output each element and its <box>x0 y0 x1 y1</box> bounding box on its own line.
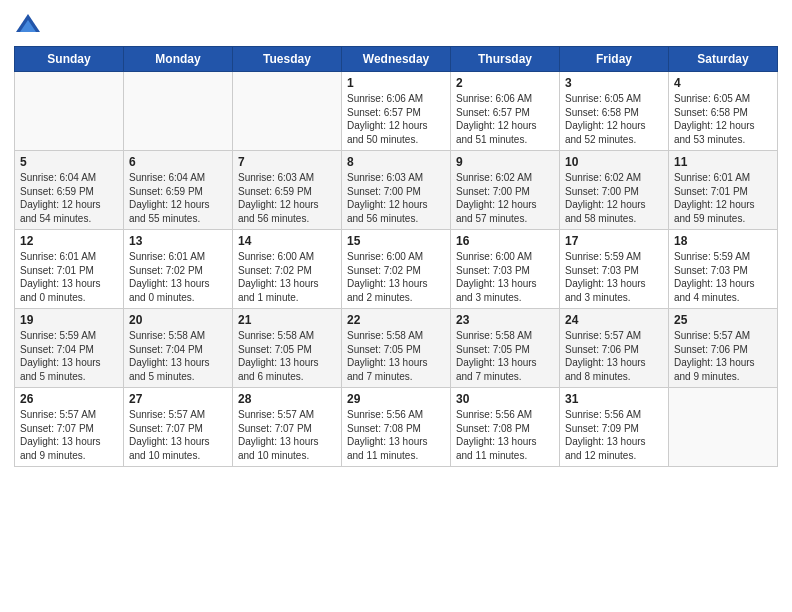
day-info: Sunrise: 6:01 AMSunset: 7:01 PMDaylight:… <box>20 250 118 304</box>
day-number: 20 <box>129 313 227 327</box>
calendar-cell: 13Sunrise: 6:01 AMSunset: 7:02 PMDayligh… <box>124 230 233 309</box>
day-number: 28 <box>238 392 336 406</box>
day-number: 3 <box>565 76 663 90</box>
calendar-cell <box>15 72 124 151</box>
day-number: 1 <box>347 76 445 90</box>
day-info: Sunrise: 5:58 AMSunset: 7:05 PMDaylight:… <box>347 329 445 383</box>
calendar-cell: 20Sunrise: 5:58 AMSunset: 7:04 PMDayligh… <box>124 309 233 388</box>
day-number: 18 <box>674 234 772 248</box>
day-number: 21 <box>238 313 336 327</box>
day-info: Sunrise: 6:00 AMSunset: 7:02 PMDaylight:… <box>347 250 445 304</box>
day-number: 29 <box>347 392 445 406</box>
calendar-cell: 9Sunrise: 6:02 AMSunset: 7:00 PMDaylight… <box>451 151 560 230</box>
calendar-cell: 1Sunrise: 6:06 AMSunset: 6:57 PMDaylight… <box>342 72 451 151</box>
day-info: Sunrise: 5:58 AMSunset: 7:04 PMDaylight:… <box>129 329 227 383</box>
calendar-cell: 15Sunrise: 6:00 AMSunset: 7:02 PMDayligh… <box>342 230 451 309</box>
day-number: 22 <box>347 313 445 327</box>
day-number: 2 <box>456 76 554 90</box>
day-info: Sunrise: 5:57 AMSunset: 7:06 PMDaylight:… <box>674 329 772 383</box>
calendar-cell: 17Sunrise: 5:59 AMSunset: 7:03 PMDayligh… <box>560 230 669 309</box>
header <box>14 10 778 38</box>
logo <box>14 10 46 38</box>
day-number: 8 <box>347 155 445 169</box>
weekday-header-saturday: Saturday <box>669 47 778 72</box>
day-info: Sunrise: 6:03 AMSunset: 7:00 PMDaylight:… <box>347 171 445 225</box>
weekday-header-friday: Friday <box>560 47 669 72</box>
calendar-table: SundayMondayTuesdayWednesdayThursdayFrid… <box>14 46 778 467</box>
calendar-cell: 19Sunrise: 5:59 AMSunset: 7:04 PMDayligh… <box>15 309 124 388</box>
day-info: Sunrise: 5:57 AMSunset: 7:07 PMDaylight:… <box>20 408 118 462</box>
calendar-cell: 24Sunrise: 5:57 AMSunset: 7:06 PMDayligh… <box>560 309 669 388</box>
day-info: Sunrise: 6:03 AMSunset: 6:59 PMDaylight:… <box>238 171 336 225</box>
calendar-cell: 6Sunrise: 6:04 AMSunset: 6:59 PMDaylight… <box>124 151 233 230</box>
day-info: Sunrise: 5:59 AMSunset: 7:03 PMDaylight:… <box>565 250 663 304</box>
day-info: Sunrise: 6:06 AMSunset: 6:57 PMDaylight:… <box>347 92 445 146</box>
day-number: 7 <box>238 155 336 169</box>
calendar-cell: 21Sunrise: 5:58 AMSunset: 7:05 PMDayligh… <box>233 309 342 388</box>
logo-icon <box>14 10 42 38</box>
calendar-cell: 28Sunrise: 5:57 AMSunset: 7:07 PMDayligh… <box>233 388 342 467</box>
day-number: 30 <box>456 392 554 406</box>
day-info: Sunrise: 6:04 AMSunset: 6:59 PMDaylight:… <box>129 171 227 225</box>
day-info: Sunrise: 6:05 AMSunset: 6:58 PMDaylight:… <box>674 92 772 146</box>
day-number: 17 <box>565 234 663 248</box>
week-row-3: 12Sunrise: 6:01 AMSunset: 7:01 PMDayligh… <box>15 230 778 309</box>
calendar-cell: 4Sunrise: 6:05 AMSunset: 6:58 PMDaylight… <box>669 72 778 151</box>
calendar-cell: 25Sunrise: 5:57 AMSunset: 7:06 PMDayligh… <box>669 309 778 388</box>
day-info: Sunrise: 5:57 AMSunset: 7:07 PMDaylight:… <box>238 408 336 462</box>
weekday-header-sunday: Sunday <box>15 47 124 72</box>
weekday-header-wednesday: Wednesday <box>342 47 451 72</box>
calendar-cell: 27Sunrise: 5:57 AMSunset: 7:07 PMDayligh… <box>124 388 233 467</box>
calendar-cell: 3Sunrise: 6:05 AMSunset: 6:58 PMDaylight… <box>560 72 669 151</box>
day-number: 9 <box>456 155 554 169</box>
weekday-header-tuesday: Tuesday <box>233 47 342 72</box>
calendar-cell: 5Sunrise: 6:04 AMSunset: 6:59 PMDaylight… <box>15 151 124 230</box>
day-number: 16 <box>456 234 554 248</box>
week-row-5: 26Sunrise: 5:57 AMSunset: 7:07 PMDayligh… <box>15 388 778 467</box>
day-number: 23 <box>456 313 554 327</box>
calendar-cell: 26Sunrise: 5:57 AMSunset: 7:07 PMDayligh… <box>15 388 124 467</box>
day-info: Sunrise: 5:56 AMSunset: 7:08 PMDaylight:… <box>347 408 445 462</box>
day-info: Sunrise: 6:00 AMSunset: 7:02 PMDaylight:… <box>238 250 336 304</box>
weekday-header-thursday: Thursday <box>451 47 560 72</box>
day-info: Sunrise: 5:56 AMSunset: 7:09 PMDaylight:… <box>565 408 663 462</box>
calendar-cell: 18Sunrise: 5:59 AMSunset: 7:03 PMDayligh… <box>669 230 778 309</box>
day-info: Sunrise: 6:02 AMSunset: 7:00 PMDaylight:… <box>456 171 554 225</box>
calendar-cell <box>669 388 778 467</box>
calendar-cell: 30Sunrise: 5:56 AMSunset: 7:08 PMDayligh… <box>451 388 560 467</box>
calendar-cell: 29Sunrise: 5:56 AMSunset: 7:08 PMDayligh… <box>342 388 451 467</box>
day-number: 31 <box>565 392 663 406</box>
calendar-cell: 14Sunrise: 6:00 AMSunset: 7:02 PMDayligh… <box>233 230 342 309</box>
day-number: 10 <box>565 155 663 169</box>
calendar-cell <box>124 72 233 151</box>
day-info: Sunrise: 5:57 AMSunset: 7:07 PMDaylight:… <box>129 408 227 462</box>
calendar-cell <box>233 72 342 151</box>
weekday-header-row: SundayMondayTuesdayWednesdayThursdayFrid… <box>15 47 778 72</box>
day-number: 24 <box>565 313 663 327</box>
calendar-cell: 8Sunrise: 6:03 AMSunset: 7:00 PMDaylight… <box>342 151 451 230</box>
day-number: 25 <box>674 313 772 327</box>
day-info: Sunrise: 6:01 AMSunset: 7:02 PMDaylight:… <box>129 250 227 304</box>
weekday-header-monday: Monday <box>124 47 233 72</box>
day-number: 26 <box>20 392 118 406</box>
week-row-1: 1Sunrise: 6:06 AMSunset: 6:57 PMDaylight… <box>15 72 778 151</box>
day-number: 19 <box>20 313 118 327</box>
day-info: Sunrise: 5:59 AMSunset: 7:03 PMDaylight:… <box>674 250 772 304</box>
day-info: Sunrise: 6:02 AMSunset: 7:00 PMDaylight:… <box>565 171 663 225</box>
day-info: Sunrise: 5:59 AMSunset: 7:04 PMDaylight:… <box>20 329 118 383</box>
week-row-4: 19Sunrise: 5:59 AMSunset: 7:04 PMDayligh… <box>15 309 778 388</box>
day-number: 13 <box>129 234 227 248</box>
day-number: 27 <box>129 392 227 406</box>
calendar-cell: 7Sunrise: 6:03 AMSunset: 6:59 PMDaylight… <box>233 151 342 230</box>
calendar-cell: 10Sunrise: 6:02 AMSunset: 7:00 PMDayligh… <box>560 151 669 230</box>
day-info: Sunrise: 6:04 AMSunset: 6:59 PMDaylight:… <box>20 171 118 225</box>
calendar-cell: 11Sunrise: 6:01 AMSunset: 7:01 PMDayligh… <box>669 151 778 230</box>
day-info: Sunrise: 6:06 AMSunset: 6:57 PMDaylight:… <box>456 92 554 146</box>
day-info: Sunrise: 5:56 AMSunset: 7:08 PMDaylight:… <box>456 408 554 462</box>
day-info: Sunrise: 5:57 AMSunset: 7:06 PMDaylight:… <box>565 329 663 383</box>
day-info: Sunrise: 6:05 AMSunset: 6:58 PMDaylight:… <box>565 92 663 146</box>
day-number: 4 <box>674 76 772 90</box>
calendar-cell: 2Sunrise: 6:06 AMSunset: 6:57 PMDaylight… <box>451 72 560 151</box>
day-info: Sunrise: 6:01 AMSunset: 7:01 PMDaylight:… <box>674 171 772 225</box>
calendar-cell: 12Sunrise: 6:01 AMSunset: 7:01 PMDayligh… <box>15 230 124 309</box>
